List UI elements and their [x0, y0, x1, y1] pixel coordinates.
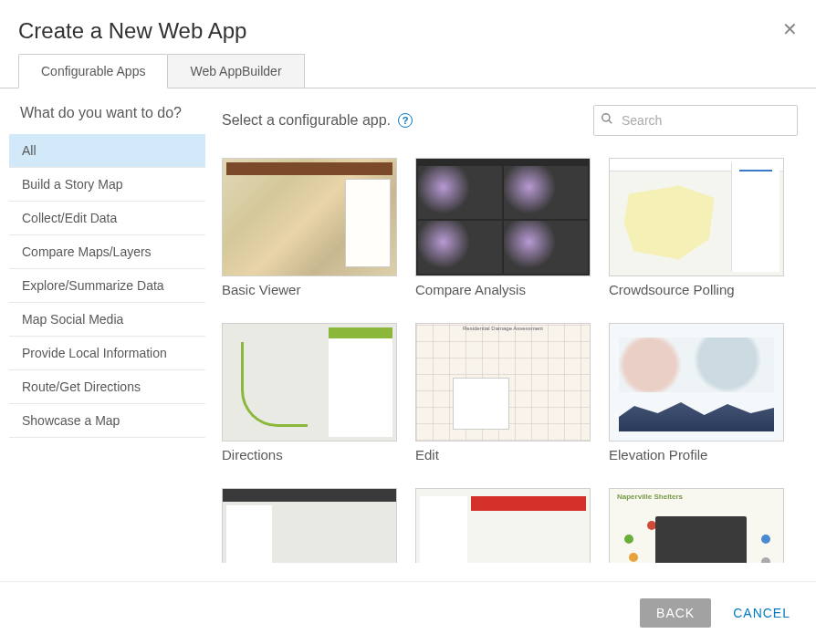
app-label: Directions [222, 447, 397, 462]
search-icon [601, 112, 613, 129]
app-thumbnail [415, 158, 591, 276]
tab-configurable-apps[interactable]: Configurable Apps [18, 54, 168, 88]
help-icon[interactable]: ? [398, 113, 413, 128]
app-card[interactable] [415, 488, 591, 563]
app-card[interactable]: Edit [415, 323, 591, 475]
app-thumbnail [609, 323, 784, 441]
dialog-title: Create a New Web App [18, 18, 246, 44]
sidebar-title: What do you want to do? [9, 105, 205, 134]
category-item[interactable]: Explore/Summarize Data [9, 269, 205, 303]
app-thumbnail [415, 323, 591, 441]
category-item[interactable]: Showcase a Map [9, 404, 205, 438]
app-thumbnail [609, 158, 784, 276]
category-item[interactable]: Collect/Edit Data [9, 202, 205, 235]
app-thumbnail [222, 158, 397, 276]
category-item[interactable]: Compare Maps/Layers [9, 235, 205, 269]
app-label: Elevation Profile [609, 447, 784, 462]
svg-line-1 [609, 120, 612, 124]
app-card[interactable]: Directions [222, 323, 397, 475]
app-thumbnail [609, 488, 784, 563]
app-card[interactable]: Basic Viewer [222, 158, 397, 310]
footer: BACK CANCEL [0, 581, 816, 644]
sidebar: What do you want to do? AllBuild a Story… [0, 105, 205, 563]
back-button[interactable]: BACK [640, 598, 711, 628]
app-thumbnail [222, 323, 397, 441]
tab-bar: Configurable Apps Web AppBuilder [0, 53, 816, 88]
app-card[interactable]: Compare Analysis [415, 158, 591, 310]
category-item[interactable]: All [9, 134, 205, 168]
app-card[interactable]: Elevation Profile [609, 323, 784, 475]
app-card[interactable] [609, 488, 784, 563]
app-label: Basic Viewer [222, 282, 397, 297]
app-label: Compare Analysis [415, 282, 591, 297]
svg-point-0 [602, 114, 610, 121]
category-item[interactable]: Build a Story Map [9, 168, 205, 202]
close-icon[interactable]: ✕ [782, 18, 798, 40]
cancel-button[interactable]: CANCEL [733, 606, 790, 620]
tab-web-appbuilder[interactable]: Web AppBuilder [168, 54, 304, 88]
subtitle: Select a configurable app. ? [222, 112, 413, 129]
app-card[interactable] [222, 488, 397, 563]
main-panel: Select a configurable app. ? Basic Viewe… [205, 105, 816, 563]
category-item[interactable]: Provide Local Information [9, 337, 205, 370]
app-thumbnail [222, 488, 397, 563]
app-label: Edit [415, 447, 591, 462]
search-input[interactable] [593, 105, 798, 136]
app-label: Crowdsource Polling [609, 282, 784, 297]
subtitle-text: Select a configurable app. [222, 112, 391, 129]
app-card[interactable]: Crowdsource Polling [609, 158, 784, 310]
app-thumbnail [415, 488, 591, 563]
category-item[interactable]: Map Social Media [9, 303, 205, 337]
category-item[interactable]: Route/Get Directions [9, 370, 205, 404]
